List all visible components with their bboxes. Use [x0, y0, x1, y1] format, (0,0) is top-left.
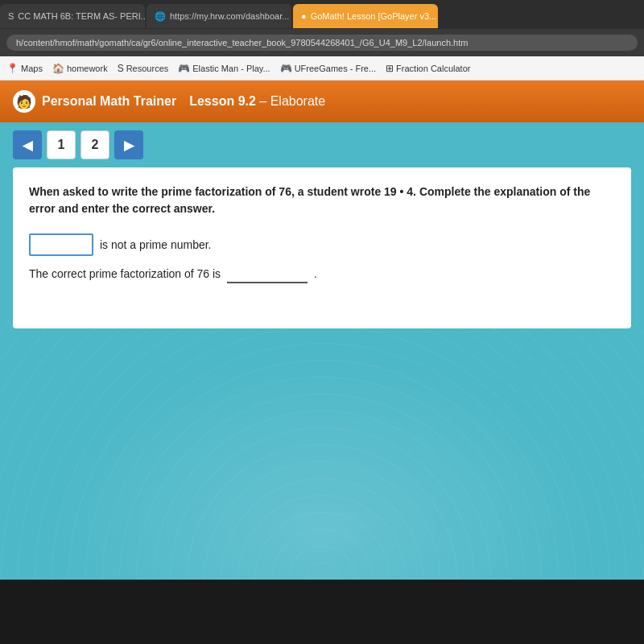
bookmark-elastic-man[interactable]: 🎮 Elastic Man - Play... — [178, 63, 270, 74]
bookmark-resources[interactable]: S Resources — [118, 63, 169, 74]
tab-icon-2: 🌐 — [155, 11, 166, 22]
bookmark-ufree[interactable]: 🎮 UFreeGames - Fre... — [280, 63, 376, 74]
address-bar — [0, 29, 644, 56]
ufree-icon: 🎮 — [280, 63, 292, 74]
next-button[interactable]: ▶ — [114, 130, 143, 159]
answer-input-2[interactable] — [227, 264, 308, 283]
question-card: When asked to write the prime factorizat… — [13, 167, 631, 328]
bookmark-fraction-label: Fraction Calculator — [396, 64, 470, 73]
tab-label-3: GoMath! Lesson [GoPlayer v3... — [311, 11, 437, 21]
not-prime-label: is not a prime number. — [100, 238, 212, 251]
answer-input-1[interactable] — [29, 233, 93, 256]
answer-row-2: The correct prime factorization of 76 is… — [29, 264, 615, 283]
question-text: When asked to write the prime factorizat… — [29, 184, 615, 217]
page-1-button[interactable]: 1 — [47, 130, 76, 159]
pmt-icon: 🧑 — [13, 90, 35, 113]
tab-cc-math[interactable]: S CC MATH 6B: TERM AS- PERI... x — [0, 4, 145, 28]
correct-factorization-prefix: The correct prime factorization of 76 is — [29, 267, 221, 280]
lesson-suffix: – Elaborate — [259, 94, 325, 108]
page-2-button[interactable]: 2 — [80, 130, 109, 159]
bookmark-resources-label: Resources — [126, 64, 169, 73]
pmt-logo: 🧑 Personal Math Trainer — [13, 90, 176, 113]
lesson-prefix: Lesson 9.2 — [189, 94, 256, 108]
bookmark-homework[interactable]: 🏠 homework — [52, 63, 108, 74]
bookmark-ufree-label: UFreeGames - Fre... — [295, 64, 376, 73]
tab-hrw[interactable]: 🌐 https://my.hrw.com/dashboar... x — [147, 4, 291, 28]
tab-label-2: https://my.hrw.com/dashboar... — [170, 11, 289, 21]
fraction-calc-icon: ⊞ — [386, 63, 394, 74]
bookmark-maps[interactable]: 📍 Maps — [6, 63, 43, 74]
browser-chrome: S CC MATH 6B: TERM AS- PERI... x 🌐 https… — [0, 0, 644, 80]
bookmark-elastic-label: Elastic Man - Play... — [192, 64, 270, 73]
app-name: Personal Math Trainer — [42, 94, 176, 109]
bookmark-fraction-calc[interactable]: ⊞ Fraction Calculator — [386, 63, 470, 74]
period-suffix: . — [314, 267, 317, 280]
nav-area: ◀ 1 2 ▶ — [0, 122, 644, 167]
tab-gomath[interactable]: ● GoMath! Lesson [GoPlayer v3... x — [293, 4, 438, 28]
tab-bar: S CC MATH 6B: TERM AS- PERI... x 🌐 https… — [0, 0, 644, 29]
prev-button[interactable]: ◀ — [13, 130, 42, 159]
tab-icon-1: S — [8, 11, 14, 21]
bookmarks-bar: 📍 Maps 🏠 homework S Resources 🎮 Elastic … — [0, 56, 644, 80]
tab-icon-3: ● — [301, 11, 307, 21]
header-bar: 🧑 Personal Math Trainer Lesson 9.2 – Ela… — [0, 80, 644, 122]
answer-row-1: is not a prime number. — [29, 233, 615, 256]
map-pin-icon: 📍 — [6, 63, 19, 74]
bookmark-maps-label: Maps — [21, 64, 43, 73]
elastic-icon: 🎮 — [178, 63, 190, 74]
tab-label-1: CC MATH 6B: TERM AS- PERI... — [18, 11, 145, 21]
swirl-background — [0, 322, 644, 580]
address-input[interactable] — [6, 35, 638, 51]
resources-icon: S — [118, 63, 124, 74]
main-content: 🧑 Personal Math Trainer Lesson 9.2 – Ela… — [0, 80, 644, 580]
bookmark-homework-label: homework — [67, 64, 108, 73]
homework-icon: 🏠 — [52, 63, 64, 74]
lesson-title: Lesson 9.2 – Elaborate — [189, 94, 325, 109]
